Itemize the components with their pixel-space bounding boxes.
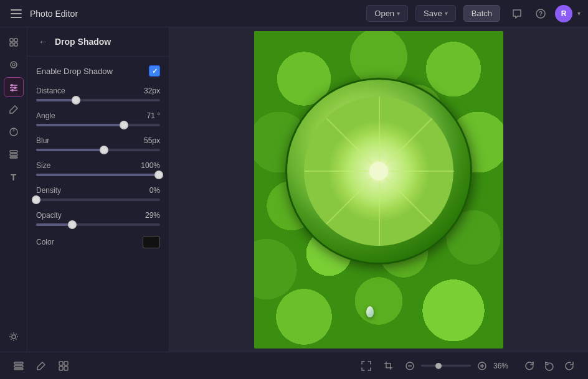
open-button[interactable]: Open ▾ <box>366 5 408 22</box>
opacity-slider-row: Opacity 29% <box>36 211 160 226</box>
density-track <box>36 199 160 201</box>
open-chevron-icon: ▾ <box>397 10 400 17</box>
nav-brush-button[interactable] <box>4 100 24 119</box>
nav-effects-button[interactable] <box>4 77 24 97</box>
zoom-out-button[interactable] <box>402 358 417 373</box>
zoom-slider-thumb[interactable] <box>435 363 442 369</box>
color-row: Color <box>36 236 160 248</box>
drop-shadow-panel: ← Drop Shadow Enable Drop Shadow Distanc… <box>27 27 169 352</box>
undo-button[interactable] <box>541 357 558 375</box>
grid-bottom-button[interactable] <box>55 357 72 375</box>
distance-value: 32px <box>144 87 160 95</box>
svg-point-10 <box>12 63 15 66</box>
angle-fill <box>36 124 124 126</box>
crop-button[interactable] <box>380 357 397 375</box>
chat-icon-button[interactable] <box>508 4 526 23</box>
blur-slider-row: Blur 55px <box>36 136 160 151</box>
save-chevron-icon: ▾ <box>445 10 448 17</box>
svg-rect-25 <box>59 362 63 365</box>
distance-thumb[interactable] <box>72 96 80 105</box>
batch-button[interactable]: Batch <box>463 5 500 22</box>
enable-label: Enable Drop Shadow <box>36 67 113 76</box>
panel-header: ← Drop Shadow <box>27 27 169 57</box>
svg-text:?: ? <box>539 11 543 17</box>
zoom-in-button[interactable] <box>475 358 490 373</box>
canvas-area <box>169 27 588 352</box>
app-logo: Photo Editor <box>7 5 78 22</box>
nav-text-button[interactable]: T <box>4 167 24 187</box>
density-thumb[interactable] <box>32 195 40 204</box>
zoom-controls: 36% <box>402 358 516 373</box>
distance-slider-row: Distance 32px <box>36 87 160 101</box>
svg-rect-22 <box>14 362 23 364</box>
distance-label: Distance <box>36 87 65 95</box>
svg-rect-28 <box>64 367 68 370</box>
svg-rect-2 <box>11 17 22 18</box>
svg-point-14 <box>11 84 13 87</box>
avatar-chevron-icon: ▾ <box>577 10 581 17</box>
header: Photo Editor Open ▾ Save ▾ Batch ? R ▾ <box>0 0 588 27</box>
svg-point-15 <box>14 87 16 89</box>
color-swatch[interactable] <box>143 236 160 248</box>
svg-point-9 <box>11 62 17 68</box>
nav-filters-button[interactable] <box>4 122 24 142</box>
enable-checkbox[interactable] <box>149 65 160 77</box>
fit-screen-button[interactable] <box>358 357 375 375</box>
distance-fill <box>36 99 76 101</box>
svg-rect-7 <box>10 43 13 46</box>
size-label: Size <box>36 161 50 170</box>
panel-back-button[interactable]: ← <box>36 35 50 49</box>
header-right: ? R ▾ <box>508 4 581 23</box>
bottom-bar: 36% <box>0 352 588 379</box>
size-thumb[interactable] <box>154 171 163 179</box>
size-track <box>36 174 160 176</box>
edit-bottom-button[interactable] <box>32 357 50 375</box>
svg-rect-6 <box>14 39 17 42</box>
density-slider-row: Density 0% <box>36 186 160 201</box>
panel-title: Drop Shadow <box>55 37 111 47</box>
angle-thumb[interactable] <box>120 121 128 129</box>
density-label: Density <box>36 186 61 195</box>
blur-thumb[interactable] <box>100 146 108 154</box>
help-icon-button[interactable]: ? <box>531 4 550 23</box>
svg-rect-19 <box>10 154 17 156</box>
opacity-fill <box>36 223 72 226</box>
zoom-value: 36% <box>493 362 516 370</box>
nav-settings-button[interactable] <box>4 327 24 347</box>
history-back-button[interactable] <box>521 357 538 375</box>
layers-bottom-button[interactable] <box>10 357 27 375</box>
nav-select-button[interactable] <box>4 32 24 52</box>
avatar[interactable]: R <box>555 5 572 22</box>
nav-view-button[interactable] <box>4 55 24 75</box>
svg-rect-20 <box>10 157 17 158</box>
enable-row: Enable Drop Shadow <box>36 65 160 77</box>
water-drop <box>366 306 374 317</box>
density-value: 0% <box>149 186 160 195</box>
app-title: Photo Editor <box>30 9 78 19</box>
svg-rect-5 <box>10 39 13 42</box>
svg-rect-18 <box>10 151 17 152</box>
angle-label: Angle <box>36 111 55 120</box>
menu-icon[interactable] <box>7 5 25 22</box>
svg-rect-27 <box>59 367 63 370</box>
redo-button[interactable] <box>561 357 578 375</box>
save-button[interactable]: Save ▾ <box>415 5 456 22</box>
svg-rect-26 <box>64 362 68 365</box>
zoom-slider-track[interactable] <box>421 365 471 367</box>
opacity-value: 29% <box>145 211 160 220</box>
opacity-thumb[interactable] <box>68 220 77 229</box>
svg-rect-0 <box>11 9 22 11</box>
blur-value: 55px <box>144 136 160 145</box>
lime-center <box>369 162 388 180</box>
panel-content: Enable Drop Shadow Distance 32px Angle 7 <box>27 57 169 257</box>
svg-point-21 <box>12 335 16 339</box>
nav-layers-button[interactable] <box>4 144 24 164</box>
size-value: 100% <box>141 161 160 170</box>
svg-rect-8 <box>14 43 17 46</box>
angle-slider-row: Angle 71 ° <box>36 111 160 126</box>
canvas-image <box>254 31 503 349</box>
size-fill <box>36 174 160 176</box>
angle-value: 71 ° <box>147 111 160 120</box>
blur-track <box>36 149 160 151</box>
color-label: Color <box>36 238 54 246</box>
